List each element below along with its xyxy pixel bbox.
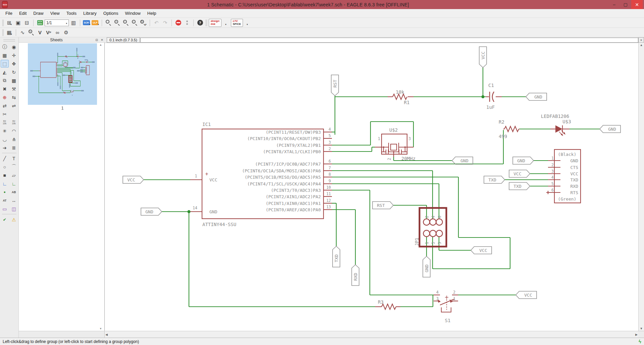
tool-invoke-icon[interactable]: ➔ bbox=[1, 144, 9, 152]
tool-cut-icon[interactable]: ✂ bbox=[1, 110, 9, 118]
tool-erc-icon[interactable]: ✔ bbox=[1, 216, 9, 223]
schematic-text[interactable]: (PCINT2/AIN1/ADC2)PA2 bbox=[266, 194, 321, 199]
tool-replace-icon[interactable]: ⇄ bbox=[1, 102, 9, 110]
schematic-text[interactable]: IC1 bbox=[202, 122, 211, 127]
schematic-text[interactable]: 4 bbox=[329, 127, 331, 132]
panel-float-icon[interactable]: ⊡ bbox=[94, 38, 99, 42]
zoom-select-icon[interactable]: ▫ bbox=[131, 19, 139, 27]
tool-show-icon[interactable]: ◉ bbox=[10, 43, 18, 51]
voltage-probe-icon[interactable]: VP bbox=[45, 29, 53, 37]
tool-dimension-icon[interactable]: ↔ bbox=[10, 197, 18, 204]
schematic-text[interactable]: 2 bbox=[425, 216, 429, 218]
jp1-pad[interactable] bbox=[424, 219, 430, 225]
scroll-up-icon[interactable]: ▲ bbox=[99, 43, 102, 46]
schematic-text[interactable]: (PCINT4/T1/SCL/USCK/ADC4)PA4 bbox=[247, 181, 321, 186]
grid-icon[interactable]: ▦▾ bbox=[5, 29, 13, 37]
voltage-icon[interactable]: V bbox=[36, 29, 44, 37]
design-link-button[interactable]: designlink bbox=[209, 19, 221, 27]
settings-gear-icon[interactable]: ⚙ bbox=[62, 29, 70, 37]
schematic-text[interactable]: + bbox=[205, 171, 208, 177]
scroll-right-icon[interactable]: ▶ bbox=[635, 332, 638, 337]
schematic-text[interactable]: 1 bbox=[378, 136, 380, 141]
schematic-text[interactable]: (PCINT7/ICP/OC0B/ADC7)PA7 bbox=[255, 162, 321, 167]
horizontal-scrollbar[interactable]: ◀ ▶ bbox=[105, 331, 638, 338]
menu-window[interactable]: Window bbox=[122, 10, 144, 17]
tool-miter2-icon[interactable]: ◡ bbox=[1, 135, 9, 143]
schematic-text[interactable]: (Black) bbox=[558, 152, 577, 157]
schematic-text[interactable]: 5 bbox=[329, 133, 331, 138]
schematic-text[interactable]: R3 bbox=[378, 299, 384, 305]
schematic-text[interactable]: 11 bbox=[326, 191, 331, 196]
tool-pinswap-icon[interactable]: ⇆ bbox=[10, 93, 18, 101]
component-r1[interactable] bbox=[393, 94, 407, 99]
schematic-text[interactable]: C1 bbox=[488, 83, 494, 88]
tool-add-part-icon[interactable]: ⊕ bbox=[1, 93, 9, 101]
menu-view[interactable]: View bbox=[47, 10, 63, 17]
schematic-text[interactable]: ATTINY44-SSU bbox=[202, 222, 236, 227]
schematic-text[interactable]: 20MHz bbox=[401, 156, 415, 161]
component-r1[interactable] bbox=[65, 56, 67, 57]
menu-edit[interactable]: Edit bbox=[16, 10, 30, 17]
tool-move-icon[interactable]: ✥ bbox=[10, 60, 18, 68]
stop-icon[interactable] bbox=[174, 19, 182, 27]
tool-polygon-icon[interactable]: ▱ bbox=[10, 171, 18, 179]
tool-delete-icon[interactable]: ✖ bbox=[1, 85, 9, 93]
schematic-text[interactable]: (PCINT9/XTAL2)PB1 bbox=[276, 143, 321, 148]
tool-arc-icon[interactable]: ⌒ bbox=[10, 163, 18, 171]
schematic-text[interactable]: 1uF bbox=[486, 104, 495, 110]
schematic-text[interactable]: CTS bbox=[571, 165, 578, 170]
jp1-pad[interactable] bbox=[71, 78, 71, 79]
schematic-text[interactable]: (PCINT8/XTAL1/CLKI)PB0 bbox=[263, 149, 321, 154]
schematic-text[interactable]: 6 bbox=[437, 216, 442, 218]
menu-help[interactable]: Help bbox=[144, 10, 160, 17]
link-icon[interactable]: ∞ bbox=[53, 29, 61, 37]
tool-miter-icon[interactable]: ◠ bbox=[10, 127, 18, 135]
scroll-down-icon[interactable]: ▼ bbox=[639, 326, 644, 331]
tool-rotate-icon[interactable]: ↻ bbox=[10, 68, 18, 76]
component-r2[interactable] bbox=[504, 126, 519, 132]
tool-wire-icon[interactable]: ╱ bbox=[1, 155, 9, 162]
schematic-text[interactable]: 4 bbox=[436, 290, 439, 295]
tool-gateswap-icon[interactable]: ⇌ bbox=[10, 102, 18, 110]
schematic-text[interactable]: RTS bbox=[571, 190, 578, 195]
schematic-text[interactable]: 2 bbox=[329, 146, 331, 151]
schematic-text[interactable]: GND bbox=[209, 209, 217, 214]
schematic-text[interactable]: 10 bbox=[326, 185, 331, 190]
tool-rect-icon[interactable]: ■ bbox=[1, 171, 9, 179]
schematic-text[interactable]: S1 bbox=[445, 318, 451, 323]
schematic-text[interactable]: 1 bbox=[551, 156, 554, 161]
component-c1[interactable] bbox=[78, 56, 79, 57]
menu-file[interactable]: File bbox=[2, 10, 16, 17]
schematic-text[interactable]: 4 bbox=[431, 216, 436, 218]
jp1-pad[interactable] bbox=[436, 230, 443, 237]
redo-icon[interactable]: ↷ bbox=[161, 19, 169, 27]
component-ic1[interactable] bbox=[41, 62, 56, 78]
schematic-board-switch-icon[interactable]: SCHBRD bbox=[36, 19, 44, 27]
library-manager-icon[interactable]: ▥ bbox=[69, 19, 78, 27]
jp1-pad[interactable] bbox=[430, 230, 436, 237]
component-r3[interactable] bbox=[382, 304, 396, 309]
schematic-text[interactable]: 10k bbox=[396, 89, 404, 95]
schematic-text[interactable]: GND bbox=[571, 158, 579, 163]
zoom-fit-icon[interactable] bbox=[104, 19, 112, 27]
schematic-text[interactable]: 2 bbox=[453, 290, 455, 295]
schematic-text[interactable]: (PCINT6/OC1A/SDA/MOSI/ADC6)PA6 bbox=[242, 168, 321, 173]
print-icon[interactable]: ⊟ bbox=[23, 19, 31, 27]
schematic-text[interactable]: 5 bbox=[551, 181, 554, 186]
scroll-down-icon[interactable]: ▼ bbox=[99, 327, 102, 330]
zoom-in-icon[interactable]: + bbox=[113, 19, 121, 27]
menu-options[interactable]: Options bbox=[100, 10, 122, 17]
schematic-text[interactable]: 9 bbox=[329, 179, 331, 183]
panel-close-icon[interactable]: ✕ bbox=[99, 38, 105, 42]
tool-smash-icon[interactable]: ✳ bbox=[1, 127, 9, 135]
tool-label-icon[interactable]: AB bbox=[10, 188, 18, 196]
tool-circle-icon[interactable]: ○ bbox=[1, 163, 9, 171]
schematic-text[interactable]: 6 bbox=[329, 159, 331, 164]
tool-display-icon[interactable]: ▦ bbox=[1, 51, 9, 59]
schematic-text[interactable]: 5 bbox=[437, 242, 442, 244]
tool-copy-icon[interactable]: ⧉ bbox=[1, 77, 9, 84]
palette-grip[interactable] bbox=[3, 39, 15, 41]
zoom-out-icon[interactable]: − bbox=[122, 19, 130, 27]
sheets-scrollbar[interactable]: ▲ ▼ bbox=[99, 43, 104, 331]
go-icon[interactable] bbox=[183, 19, 191, 27]
